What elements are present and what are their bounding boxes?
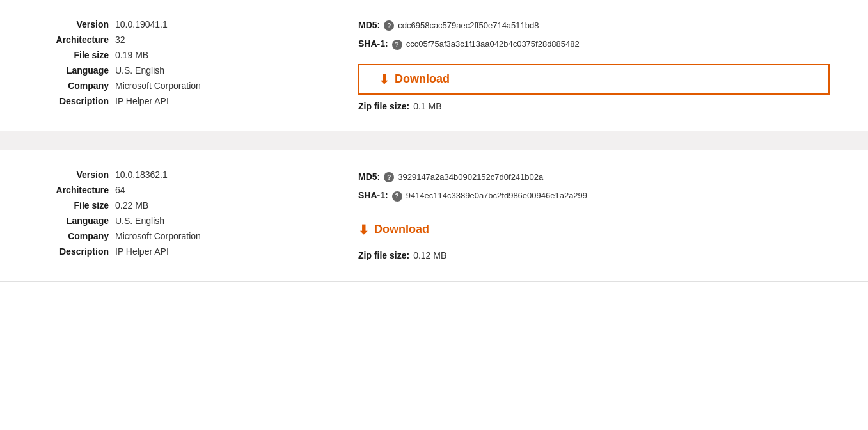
language-value-1: U.S. English bbox=[115, 65, 164, 76]
architecture-label-1: Architecture bbox=[38, 35, 109, 45]
meta-section-2: Version 10.0.18362.1 Architecture 64 Fil… bbox=[38, 170, 307, 262]
filesize-label-1: File size bbox=[38, 50, 109, 60]
filesize-row-2: File size 0.22 MB bbox=[38, 200, 307, 211]
company-label-2: Company bbox=[38, 231, 109, 241]
filesize-value-1: 0.19 MB bbox=[115, 50, 148, 60]
company-row-1: Company Microsoft Corporation bbox=[38, 81, 307, 91]
version-row-2: Version 10.0.18362.1 bbox=[38, 170, 307, 180]
description-row-2: Description IP Helper API bbox=[38, 246, 307, 257]
md5-label-2: MD5: bbox=[358, 171, 380, 182]
description-label-2: Description bbox=[38, 246, 109, 257]
md5-row-1: MD5: ? cdc6958cac579aec2ff50e714a511bd8 bbox=[358, 20, 830, 31]
language-value-2: U.S. English bbox=[115, 216, 164, 226]
architecture-label-2: Architecture bbox=[38, 185, 109, 195]
company-label-1: Company bbox=[38, 81, 109, 91]
download-button-1[interactable]: ⬇ Download bbox=[358, 64, 830, 95]
download-icon-2: ⬇ bbox=[358, 222, 369, 237]
zip-size-row-2: Zip file size: 0.12 MB bbox=[358, 250, 830, 260]
version-label-1: Version bbox=[38, 19, 109, 29]
download-icon-1: ⬇ bbox=[379, 72, 390, 87]
description-row-1: Description IP Helper API bbox=[38, 96, 307, 106]
company-value-2: Microsoft Corporation bbox=[115, 231, 201, 241]
meta-section-1: Version 10.0.19041.1 Architecture 32 Fil… bbox=[38, 19, 307, 111]
version-label-2: Version bbox=[38, 170, 109, 180]
zip-size-row-1: Zip file size: 0.1 MB bbox=[358, 101, 830, 111]
md5-row-2: MD5: ? 3929147a2a34b0902152c7d0f241b02a bbox=[358, 171, 830, 183]
sha1-value-2: 9414ec114c3389e0a7bc2fd986e00946e1a2a299 bbox=[406, 191, 587, 200]
filesize-row-1: File size 0.19 MB bbox=[38, 50, 307, 60]
filesize-label-2: File size bbox=[38, 200, 109, 211]
language-label-1: Language bbox=[38, 65, 109, 76]
sha1-value-1: ccc05f75af3a3c1f13aa042b4c0375f28d885482 bbox=[406, 39, 580, 49]
description-value-2: IP Helper API bbox=[115, 246, 169, 257]
md5-value-2: 3929147a2a34b0902152c7d0f241b02a bbox=[398, 172, 543, 182]
version-value-1: 10.0.19041.1 bbox=[115, 19, 168, 29]
architecture-row-2: Architecture 64 bbox=[38, 185, 307, 195]
file-entry-1: Version 10.0.19041.1 Architecture 32 Fil… bbox=[0, 0, 868, 131]
sha1-help-icon-1[interactable]: ? bbox=[392, 40, 402, 50]
sha1-row-2: SHA-1: ? 9414ec114c3389e0a7bc2fd986e0094… bbox=[358, 190, 830, 202]
sha1-row-1: SHA-1: ? ccc05f75af3a3c1f13aa042b4c0375f… bbox=[358, 38, 830, 50]
description-label-1: Description bbox=[38, 96, 109, 106]
language-label-2: Language bbox=[38, 216, 109, 226]
company-value-1: Microsoft Corporation bbox=[115, 81, 201, 91]
architecture-value-2: 64 bbox=[115, 185, 125, 195]
version-row-1: Version 10.0.19041.1 bbox=[38, 19, 307, 29]
file-entry-2: Version 10.0.18362.1 Architecture 64 Fil… bbox=[0, 150, 868, 282]
language-row-1: Language U.S. English bbox=[38, 65, 307, 76]
md5-help-icon-1[interactable]: ? bbox=[384, 20, 394, 31]
md5-help-icon-2[interactable]: ? bbox=[384, 172, 394, 182]
architecture-row-1: Architecture 32 bbox=[38, 35, 307, 45]
md5-label-1: MD5: bbox=[358, 20, 380, 30]
download-label-2: Download bbox=[374, 223, 429, 236]
description-value-1: IP Helper API bbox=[115, 96, 169, 106]
file-list: Version 10.0.19041.1 Architecture 32 Fil… bbox=[0, 0, 868, 282]
language-row-2: Language U.S. English bbox=[38, 216, 307, 226]
sha1-label-1: SHA-1: bbox=[358, 38, 388, 49]
zip-label-1: Zip file size: bbox=[358, 101, 409, 111]
hash-section-2: MD5: ? 3929147a2a34b0902152c7d0f241b02a … bbox=[307, 170, 830, 262]
company-row-2: Company Microsoft Corporation bbox=[38, 231, 307, 241]
version-value-2: 10.0.18362.1 bbox=[115, 170, 168, 180]
download-label-1: Download bbox=[395, 72, 450, 86]
sha1-label-2: SHA-1: bbox=[358, 190, 388, 200]
zip-value-1: 0.1 MB bbox=[413, 101, 441, 111]
hash-section-1: MD5: ? cdc6958cac579aec2ff50e714a511bd8 … bbox=[307, 19, 830, 111]
sha1-help-icon-2[interactable]: ? bbox=[392, 191, 402, 202]
zip-label-2: Zip file size: bbox=[358, 250, 409, 260]
zip-value-2: 0.12 MB bbox=[413, 250, 446, 260]
architecture-value-1: 32 bbox=[115, 35, 125, 45]
filesize-value-2: 0.22 MB bbox=[115, 200, 148, 211]
separator bbox=[0, 131, 868, 150]
md5-value-1: cdc6958cac579aec2ff50e714a511bd8 bbox=[398, 20, 539, 30]
download-button-2[interactable]: ⬇ Download bbox=[358, 216, 830, 244]
